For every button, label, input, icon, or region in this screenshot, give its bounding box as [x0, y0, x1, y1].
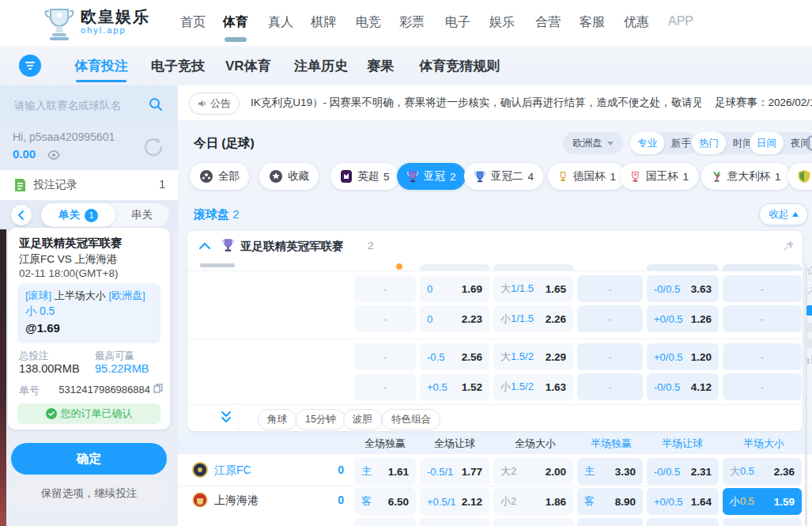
clipped-gray-badge[interactable] [806, 323, 812, 332]
market-pill-correct-score[interactable]: 波胆 [343, 409, 382, 430]
league-tab-clipped[interactable] [787, 163, 812, 190]
refresh-list-icon[interactable] [803, 133, 812, 153]
topnav-entertainment[interactable]: 娱乐 [489, 14, 515, 31]
odds-cell[interactable]: 小21.86 [493, 488, 573, 515]
scrollbar[interactable] [805, 263, 807, 526]
topnav-lottery[interactable]: 彩票 [399, 14, 425, 31]
check-circle-icon [46, 408, 57, 419]
odds-cell-selected[interactable]: 小0.51.59 [723, 488, 802, 515]
pin-icon[interactable] [784, 240, 795, 251]
league-tab-all[interactable]: 全部 [190, 163, 249, 190]
confirm-button-label: 确定 [77, 451, 101, 467]
tab-single-bet[interactable]: 单关 1 [41, 203, 115, 227]
market-pill-specials[interactable]: 特色组合 [382, 409, 440, 430]
topnav-support[interactable]: 客服 [580, 14, 605, 31]
odds-cell-empty: - [577, 275, 643, 302]
tab-parlay[interactable]: 串关 [131, 208, 153, 222]
league-tab-coppa-italia[interactable]: 意大利杯 1 [701, 163, 791, 190]
league-tab-favorites[interactable]: 收藏 [259, 163, 319, 190]
home-team-crest [192, 462, 208, 478]
topnav-promo[interactable]: 优惠 [624, 14, 649, 31]
collapse-button[interactable]: 收起 [759, 203, 808, 225]
copy-icon[interactable] [153, 384, 163, 393]
odds-cell[interactable]: -0/0.53.63 [647, 275, 719, 302]
bet-record-row[interactable]: 投注记录 1 [0, 170, 178, 200]
odds-cell[interactable]: 主1.61 [354, 458, 416, 485]
filter-menu-icon[interactable] [19, 55, 41, 77]
odds-cell[interactable]: 小1.5/21.63 [493, 373, 573, 400]
odds-cell[interactable]: 大1/1.51.65 [493, 275, 573, 302]
day-segment[interactable]: 日间 [750, 132, 784, 154]
odds-cell[interactable]: 大22.00 [493, 458, 573, 485]
odds-cell[interactable]: -0.52.56 [420, 343, 489, 370]
odds-cell[interactable]: +0.5/12.12 [420, 488, 489, 515]
star-outline-icon[interactable] [806, 266, 812, 276]
odds-cell[interactable]: +0/0.51.64 [647, 488, 719, 515]
subnav-bet-history[interactable]: 注单历史 [294, 57, 348, 75]
topnav-home[interactable]: 首页 [180, 14, 206, 31]
stats-bars-icon[interactable] [806, 354, 812, 364]
sort-hot[interactable]: 热门 [692, 132, 726, 154]
clipped-blue-badge[interactable] [806, 305, 812, 316]
search-icon[interactable] [149, 97, 163, 112]
external-link-icon[interactable] [806, 286, 812, 296]
odds-cell[interactable]: -0.5/11.77 [420, 458, 489, 485]
odds-cell[interactable]: 客6.50 [354, 488, 416, 515]
league-card-header[interactable]: 亚足联精英冠军联赛 2 [187, 231, 803, 261]
brand-block[interactable]: 欧皇娱乐 ohyl.app [81, 8, 150, 35]
confirm-button[interactable]: 确定 [11, 443, 167, 475]
odds-cell[interactable]: +0.51.52 [420, 373, 489, 400]
subnav-vr-sports[interactable]: VR体育 [225, 57, 271, 75]
subnav-rules[interactable]: 体育竞猜规则 [419, 57, 500, 75]
filter-row: 今日 (足球) 欧洲盘 专业 新手 热门 时间 日间 夜间 [178, 127, 812, 160]
double-chevron-down-icon[interactable] [221, 411, 232, 425]
away-team-name[interactable]: 上海海港 [214, 494, 259, 508]
topnav-affiliate[interactable]: 合营 [535, 14, 561, 31]
odds-cell[interactable]: 01.69 [420, 275, 489, 302]
topnav-sports[interactable]: 体育 [223, 14, 248, 31]
brand-domain: ohyl.app [81, 25, 150, 35]
league-tab-acl[interactable]: 亚冠 2 [397, 163, 466, 190]
slip-selection: 小 0.5 [25, 305, 55, 319]
odds-cell[interactable]: +0/0.51.20 [647, 343, 719, 370]
subnav-results[interactable]: 赛果 [367, 57, 394, 75]
odds-cell[interactable]: 大1.5/22.29 [493, 343, 573, 370]
sidebar: Hi, p5saa420995601 0.00 投注记录 1 [0, 85, 179, 526]
search-input[interactable] [13, 95, 141, 115]
league-tab-german-cup[interactable]: 德国杯 1 [548, 163, 625, 190]
odds-cell[interactable]: 02.23 [420, 305, 489, 332]
topnav-app[interactable]: APP [668, 14, 693, 28]
topnav-esports[interactable]: 电竞 [356, 14, 381, 31]
topnav-slots[interactable]: 电子 [445, 14, 470, 31]
order-confirmed-banner: 您的订单已确认 [17, 403, 161, 424]
home-team-name[interactable]: 江原FC [214, 464, 251, 478]
subnav-sports-betting[interactable]: 体育投注 [74, 57, 128, 75]
mode-pro[interactable]: 专业 [630, 132, 664, 154]
market-pill-corners[interactable]: 角球 [258, 409, 296, 430]
odds-cell[interactable]: 客8.90 [577, 488, 643, 515]
market-pill-15min[interactable]: 15分钟 [296, 409, 346, 430]
chevron-up-icon[interactable] [199, 242, 210, 249]
odds-cell[interactable]: -0/0.52.31 [647, 458, 719, 485]
events-date-label[interactable]: 足球赛事：2026/02/11 1 [715, 85, 812, 120]
topnav-live-casino[interactable]: 真人 [268, 14, 293, 31]
subnav-esports[interactable]: 电子竞技 [151, 57, 205, 75]
eye-icon[interactable] [47, 150, 60, 160]
back-button[interactable] [11, 205, 32, 225]
slip-time: 02-11 18:00(GMT+8) [19, 267, 118, 279]
notice-message: IK克利克U19）- 因赛果不明确，赛果将进一步核实，确认后再进行结算，造成不便… [251, 85, 701, 120]
odds-cell[interactable]: +0/0.51.26 [647, 305, 719, 332]
odds-cell[interactable]: 大0.52.36 [723, 458, 802, 485]
odds-cell[interactable]: 小1/1.52.26 [493, 305, 573, 332]
league-tab-acl2[interactable]: 亚冠二 4 [464, 163, 543, 190]
odds-cell[interactable]: -0/0.54.12 [647, 373, 719, 400]
keep-options-button[interactable]: 保留选项，继续投注 [11, 479, 167, 508]
german-cup-icon [557, 170, 568, 184]
league-tab-epl[interactable]: 英超 5 [330, 163, 399, 190]
league-tab-copa-del-rey[interactable]: 国王杯 1 [620, 163, 698, 190]
market-type-select[interactable]: 欧洲盘 [563, 132, 623, 154]
clipped-gray-badge[interactable] [806, 339, 812, 348]
odds-cell[interactable]: 主3.30 [577, 458, 643, 485]
topnav-board-games[interactable]: 棋牌 [311, 14, 336, 31]
refresh-balance-icon[interactable] [142, 136, 164, 158]
